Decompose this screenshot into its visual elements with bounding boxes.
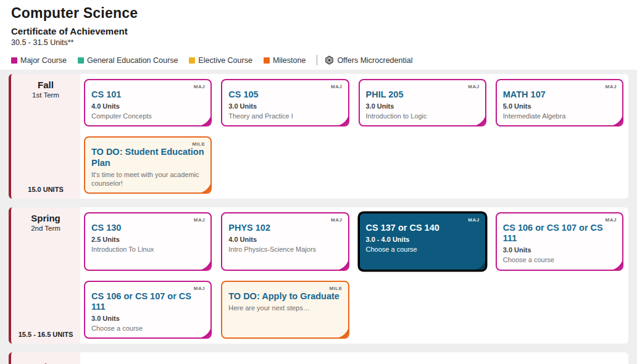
card-units: 3.0 Units: [503, 246, 616, 254]
card-type-badge: MAJ: [468, 217, 479, 223]
card-units: 4.0 Units: [91, 102, 204, 110]
legend-divider: [317, 55, 317, 65]
card-corner-fold: [336, 114, 349, 126]
card-subtitle: Choose a course: [366, 245, 479, 254]
terms-container: Fall1st Term15.0 UNITSMAJCS 1014.0 Units…: [9, 74, 628, 344]
card-title: CS 106 or CS 107 or CS 111: [91, 291, 204, 312]
legend: Major CourseGeneral Education CourseElec…: [11, 55, 626, 65]
card-units: 2.5 Units: [91, 236, 204, 243]
card-units: 5.0 Units: [503, 102, 616, 110]
microcredential-legend: Offers Microcredential: [325, 56, 412, 65]
card-title: CS 106 or CS 107 or CS 111: [503, 223, 616, 244]
card-subtitle: Choose a course: [91, 324, 204, 333]
course-card[interactable]: MAJCS 106 or CS 107 or CS 1113.0 UnitsCh…: [496, 212, 623, 271]
card-subtitle: Introduction To Linux: [91, 245, 204, 254]
term-ordinal: 1st Term: [32, 91, 59, 99]
legend-swatch: [189, 57, 195, 64]
card-subtitle: Intro Physics-Science Majors: [228, 245, 341, 254]
award-label-column: [9, 352, 80, 364]
course-card[interactable]: MAJPHIL 2053.0 UnitsIntroduction to Logi…: [359, 79, 486, 126]
card-units: 3.0 - 4.0 Units: [366, 236, 479, 243]
page-units: 30.5 - 31.5 Units**: [11, 38, 626, 47]
course-card[interactable]: MAJPHYS 1024.0 UnitsIntro Physics-Scienc…: [221, 212, 349, 271]
card-title: CS 130: [91, 223, 204, 233]
card-units: 3.0 Units: [228, 102, 341, 110]
card-type-badge: MAJ: [606, 217, 617, 223]
card-type-badge: MAJ: [194, 84, 205, 89]
cards-grid: MAJCS 1302.5 UnitsIntroduction To LinuxM…: [80, 207, 628, 344]
card-corner-fold: [610, 114, 623, 126]
course-card[interactable]: MAJCS 137 or CS 1403.0 - 4.0 UnitsChoose…: [359, 212, 486, 271]
legend-item: Milestone: [264, 56, 306, 65]
card-corner-fold: [199, 326, 211, 338]
card-type-badge: MILE: [329, 286, 342, 291]
legend-item: Elective Course: [189, 56, 252, 65]
card-subtitle: It's time to meet with your academic cou…: [91, 170, 204, 188]
card-subtitle: Intermediate Algebra: [503, 112, 616, 120]
card-corner-fold: [336, 258, 349, 270]
term-row: Fall1st Term15.0 UNITSMAJCS 1014.0 Units…: [9, 74, 628, 199]
card-title: TO DO: Student Education Plan: [91, 147, 204, 168]
legend-item: Major Course: [11, 56, 67, 65]
course-card[interactable]: MAJCS 1053.0 UnitsTheory and Practice I: [221, 79, 349, 126]
card-units: 3.0 Units: [91, 315, 204, 322]
course-card[interactable]: MAJCS 1302.5 UnitsIntroduction To Linux: [84, 212, 212, 271]
term-name: Spring: [31, 213, 60, 223]
card-corner-fold: [473, 258, 486, 270]
award-row: Computer Science - Certificate of Achiev…: [9, 352, 628, 364]
pathway-board: Fall1st Term15.0 UNITSMAJCS 1014.0 Units…: [0, 70, 637, 364]
term-ordinal: 2nd Term: [31, 225, 60, 232]
term-name: Fall: [38, 80, 54, 90]
legend-label: Milestone: [273, 56, 306, 65]
milestone-card[interactable]: MILETO DO: Apply to GraduateHere are you…: [221, 281, 349, 339]
card-type-badge: MAJ: [331, 217, 342, 223]
card-title: CS 101: [91, 89, 204, 100]
card-units: 3.0 Units: [366, 102, 479, 110]
card-type-badge: MAJ: [194, 217, 205, 223]
legend-label: General Education Course: [87, 56, 178, 65]
legend-swatch: [78, 57, 84, 64]
legend-items: Major CourseGeneral Education CourseElec…: [11, 56, 317, 65]
card-corner-fold: [199, 181, 211, 193]
card-units: 4.0 Units: [228, 236, 341, 243]
card-corner-fold: [199, 114, 211, 126]
card-corner-fold: [336, 326, 349, 338]
card-title: CS 137 or CS 140: [366, 223, 479, 233]
course-card[interactable]: MAJMATH 1075.0 UnitsIntermediate Algebra: [496, 79, 623, 126]
page-subtitle: Certificate of Achievement: [11, 26, 626, 36]
card-title: MATH 107: [503, 89, 616, 100]
legend-label: Major Course: [20, 56, 67, 65]
legend-item: General Education Course: [78, 56, 178, 65]
card-type-badge: MAJ: [468, 84, 479, 89]
card-subtitle: Theory and Practice I: [228, 112, 341, 120]
course-card[interactable]: MAJCS 1014.0 UnitsComputer Concepts: [84, 79, 212, 126]
card-title: TO DO: Apply to Graduate: [228, 291, 341, 302]
card-type-badge: MAJ: [194, 286, 205, 291]
card-corner-fold: [610, 258, 623, 270]
milestone-card[interactable]: MILETO DO: Student Education PlanIt's ti…: [84, 136, 212, 194]
term-units-total: 15.5 - 16.5 UNITS: [19, 331, 73, 338]
legend-label: Elective Course: [198, 56, 252, 65]
card-type-badge: MAJ: [331, 84, 342, 89]
card-subtitle: Computer Concepts: [91, 112, 204, 120]
card-subtitle: Choose a course: [503, 255, 616, 264]
card-corner-fold: [473, 114, 486, 126]
term-label-column: Spring2nd Term15.5 - 16.5 UNITS: [9, 207, 80, 344]
course-card[interactable]: MAJCS 106 or CS 107 or CS 1113.0 UnitsCh…: [84, 281, 212, 339]
card-title: CS 105: [228, 89, 341, 100]
card-title: PHIL 205: [366, 89, 479, 100]
card-subtitle: Introduction to Logic: [366, 112, 479, 120]
cards-grid: MAJCS 1014.0 UnitsComputer ConceptsMAJCS…: [80, 74, 628, 199]
card-type-badge: MAJ: [606, 84, 617, 89]
page-header: Computer Science Certificate of Achievem…: [0, 0, 637, 70]
page-title: Computer Science: [11, 5, 626, 22]
card-corner-fold: [199, 258, 211, 270]
term-units-total: 15.0 UNITS: [28, 186, 63, 193]
card-title: PHYS 102: [228, 223, 341, 233]
card-subtitle: Here are your next steps…: [228, 304, 341, 312]
microcredential-badge-icon: [325, 56, 334, 65]
card-type-badge: MILE: [192, 141, 205, 147]
microcredential-label: Offers Microcredential: [337, 56, 412, 65]
award-content: Computer Science - Certificate of Achiev…: [80, 352, 628, 364]
term-label-column: Fall1st Term15.0 UNITS: [9, 74, 80, 199]
